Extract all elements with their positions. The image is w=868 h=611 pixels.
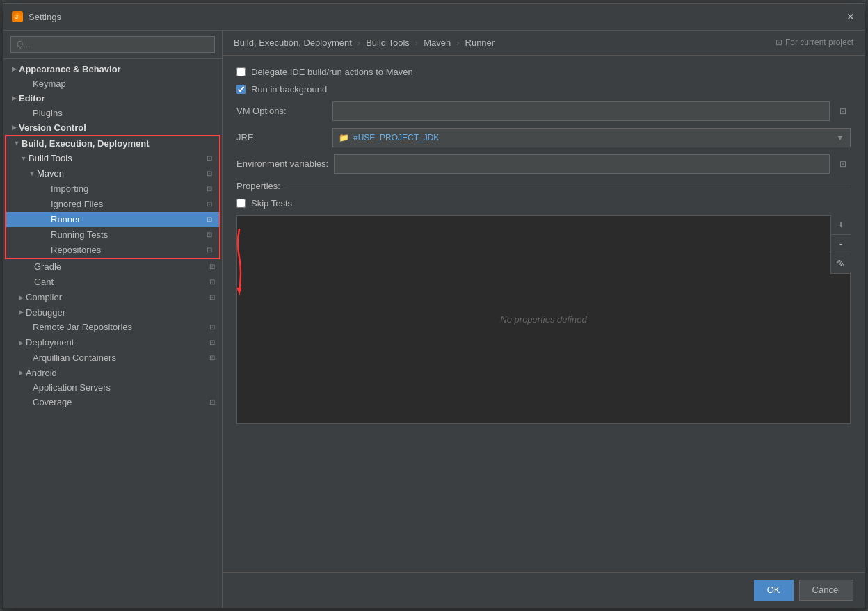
sidebar-item-importing[interactable]: Importing ⊡ [6,181,219,197]
sidebar-item-build-exec[interactable]: ▼ Build, Execution, Deployment [6,136,219,151]
jre-row: JRE: 📁 #USE_PROJECT_JDK ▼ [236,128,851,147]
sidebar-item-label: Coverage [33,397,207,407]
sidebar-item-appearance[interactable]: ▶ Appearance & Behavior [3,62,222,76]
add-property-btn[interactable]: + [831,215,851,235]
page-icon: ⊡ [204,214,215,225]
close-button[interactable]: ✕ [845,11,856,22]
arrow-icon: ▼ [19,155,29,162]
search-input[interactable] [10,36,215,53]
svg-text:J: J [15,15,18,19]
sidebar-item-gradle[interactable]: Gradle ⊡ [3,259,222,275]
arrow-icon: ▶ [9,95,19,101]
sidebar-item-label: Keymap [33,79,222,89]
sidebar-item-deployment[interactable]: ▶ Deployment ⊡ [3,335,222,350]
sidebar-item-label: Android [26,368,222,378]
sidebar-item-repositories[interactable]: Repositories ⊡ [6,243,219,258]
breadcrumb-part-3: Maven [424,38,451,48]
run-background-row: Run in background [236,84,851,95]
arrow-icon: ▶ [9,65,19,72]
page-icon: ⊡ [204,168,215,179]
vm-options-label: VM Options: [236,106,327,116]
arrow-icon: ▶ [16,294,26,301]
edit-property-btn[interactable]: ✎ [831,254,851,274]
vm-options-expand-btn[interactable]: ⊡ [835,104,851,119]
sidebar-item-label: Build, Execution, Deployment [22,138,219,149]
sidebar-item-label: Plugins [33,108,222,118]
run-background-checkbox[interactable] [236,85,246,94]
sidebar-item-label: Gant [34,277,207,287]
page-icon: ⊡ [207,292,218,303]
sidebar-item-android[interactable]: ▶ Android [3,366,222,380]
sidebar-item-keymap[interactable]: Keymap [3,76,222,91]
sidebar-item-compiler[interactable]: ▶ Compiler ⊡ [3,290,222,305]
sidebar-item-label: Debugger [26,307,222,318]
page-icon: ⊡ [204,184,215,195]
breadcrumb-part-4: Runner [465,38,495,48]
sidebar-item-ignored-files[interactable]: Ignored Files ⊡ [6,197,219,212]
page-icon: ⊡ [204,229,215,241]
page-icon: ⊡ [207,277,218,288]
sidebar-item-debugger[interactable]: ▶ Debugger [3,305,222,320]
sidebar-item-coverage[interactable]: Coverage ⊡ [3,395,222,410]
skip-tests-checkbox[interactable] [236,199,246,208]
env-vars-browse-btn[interactable]: ⊡ [835,156,851,172]
env-vars-label: Environment variables: [236,158,328,169]
ok-button[interactable]: OK [754,580,794,601]
env-vars-input[interactable] [334,154,830,174]
page-icon: ⊡ [204,153,215,164]
sidebar-item-label: Runner [51,214,204,225]
remove-property-btn[interactable]: - [831,235,851,254]
sidebar-item-label: Appearance & Behavior [19,64,222,74]
sidebar-item-runner[interactable]: Runner ⊡ [6,212,219,227]
app-icon: J [12,11,23,22]
sidebar-item-version-control[interactable]: ▶ Version Control [3,120,222,135]
page-icon: ⊡ [207,397,218,408]
properties-empty-text: No properties defined [237,216,850,423]
form-area: Delegate IDE build/run actions to Maven … [223,56,865,572]
vm-options-row: VM Options: ⊡ [236,101,851,121]
breadcrumb-sep-1: › [357,38,360,48]
sidebar-item-arquillian[interactable]: Arquillian Containers ⊡ [3,350,222,366]
delegate-checkbox[interactable] [236,67,246,76]
jre-select[interactable]: 📁 #USE_PROJECT_JDK ▼ [332,128,851,147]
sidebar-item-label: Editor [19,93,222,104]
sidebar-item-editor[interactable]: ▶ Editor [3,91,222,106]
sidebar-item-label: Version Control [19,122,222,133]
arrow-icon: ▼ [27,170,37,177]
vm-options-input[interactable] [332,101,830,121]
title-bar: J Settings ✕ [3,4,865,31]
content-area: ▶ Appearance & Behavior Keymap ▶ Editor … [3,31,865,608]
cancel-button[interactable]: Cancel [799,580,853,601]
sidebar-item-label: Ignored Files [51,199,204,209]
run-background-label: Run in background [251,84,327,95]
sidebar: ▶ Appearance & Behavior Keymap ▶ Editor … [3,31,223,608]
red-arrow-annotation [231,222,248,306]
sidebar-item-build-tools[interactable]: ▼ Build Tools ⊡ [6,151,219,166]
page-icon: ⊡ [207,352,218,364]
arrow-icon: ▶ [9,124,19,131]
breadcrumb-sep-2: › [415,38,418,48]
project-label: For current project [785,38,853,47]
properties-toolbar: + - ✎ [830,215,851,274]
settings-tree: ▶ Appearance & Behavior Keymap ▶ Editor … [3,59,222,608]
sidebar-item-running-tests[interactable]: Running Tests ⊡ [6,227,219,243]
dialog-title: Settings [29,12,845,22]
sidebar-item-label: Maven [37,168,204,179]
arrow-icon: ▶ [16,369,26,376]
settings-dialog: J Settings ✕ ▶ Appearance & Behavior Key… [3,3,865,608]
search-box [3,31,222,59]
sidebar-item-gant[interactable]: Gant ⊡ [3,275,222,290]
sidebar-item-remote-jar[interactable]: Remote Jar Repositories ⊡ [3,320,222,335]
project-indicator: ⊡ For current project [775,38,853,47]
sidebar-item-label: Compiler [26,292,207,302]
properties-label-text: Properties: [236,181,280,191]
sidebar-item-maven[interactable]: ▼ Maven ⊡ [6,166,219,181]
main-panel: Build, Execution, Deployment › Build Too… [223,31,865,608]
skip-tests-row: Skip Tests [236,198,851,209]
sidebar-item-plugins[interactable]: Plugins [3,106,222,120]
sidebar-item-label: Application Servers [33,382,222,393]
arrow-icon: ▼ [12,140,22,147]
jre-dropdown-icon: ▼ [836,133,844,142]
page-icon: ⊡ [204,245,215,256]
sidebar-item-app-servers[interactable]: Application Servers [3,380,222,395]
